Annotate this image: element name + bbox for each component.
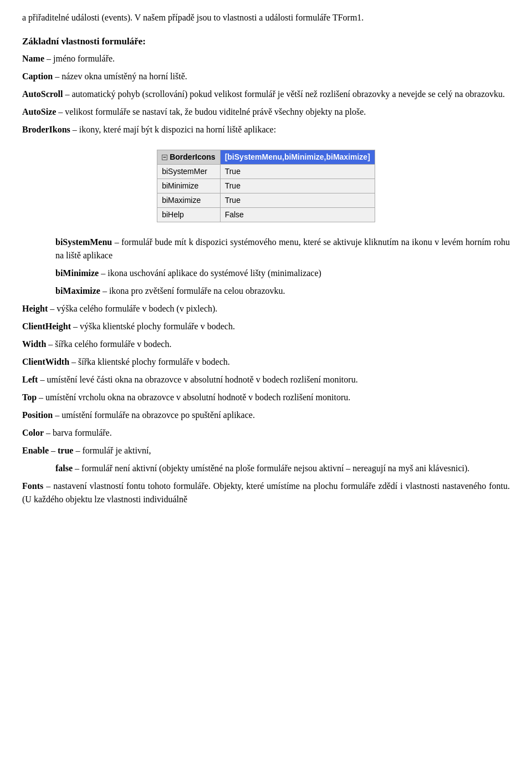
table-cell-value: True bbox=[220, 179, 375, 193]
clientheight-property: ClientHeight – výška klientské plochy fo… bbox=[22, 320, 510, 333]
left-property: Left – umístění levé části okna na obraz… bbox=[22, 373, 510, 386]
main-content: a přiřaditelné události (events). V naše… bbox=[22, 11, 510, 506]
enable-true-label: true bbox=[58, 446, 73, 455]
table-cell-value: True bbox=[220, 164, 375, 179]
autosize-prop-desc: – velikost formuláře se nastaví tak, že … bbox=[56, 107, 366, 116]
clientwidth-prop-label: ClientWidth bbox=[22, 357, 69, 366]
bimaximize-prop-label: biMaximize bbox=[55, 286, 100, 295]
bimaximize-desc: biMaximize – ikona pro zvětšení formulář… bbox=[55, 284, 510, 298]
enable-prop-label: Enable bbox=[22, 446, 49, 455]
enable-false-desc: – formulář není aktivní (objekty umístěn… bbox=[73, 463, 469, 473]
clientheight-prop-label: ClientHeight bbox=[22, 322, 71, 331]
clientwidth-prop-desc: – šířka klientské plochy formuláře v bod… bbox=[69, 357, 230, 366]
table-cell-name: biSystemMer bbox=[157, 164, 220, 179]
top-prop-desc: – umístění vrcholu okna na obrazovce v a… bbox=[37, 392, 350, 402]
autoscroll-property: AutoScroll – automatický pohyb (scrollov… bbox=[22, 88, 510, 101]
caption-prop-label: Caption bbox=[22, 72, 53, 81]
table-header-col2: [biSystemMenu,biMinimize,biMaximize] bbox=[220, 150, 375, 164]
autoscroll-prop-desc: – automatický pohyb (scrollování) pokud … bbox=[63, 89, 505, 99]
brodericons-property: BroderIkons – ikony, které mají být k di… bbox=[22, 123, 510, 136]
name-prop-label: Name bbox=[22, 54, 44, 63]
left-prop-label: Left bbox=[22, 375, 38, 384]
biminimize-desc: biMinimize – ikona uschování aplikace do… bbox=[55, 267, 510, 280]
caption-property: Caption – název okna umístěný na horní l… bbox=[22, 70, 510, 83]
table-header-col1: −BorderIcons bbox=[157, 150, 220, 164]
color-property: Color – barva formuláře. bbox=[22, 426, 510, 440]
position-prop-desc: – umístění formuláře na obrazovce po spu… bbox=[53, 410, 255, 420]
autoscroll-prop-label: AutoScroll bbox=[22, 89, 63, 99]
biminimize-prop-desc: – ikona uschování aplikace do systémové … bbox=[99, 268, 321, 278]
bisystemmenu-desc: biSystemMenu – formulář bude mít k dispo… bbox=[55, 236, 510, 262]
brodericons-prop-label: BroderIkons bbox=[22, 125, 70, 134]
table-cell-value: False bbox=[220, 207, 375, 222]
caption-prop-desc: – název okna umístěný na horní liště. bbox=[53, 72, 187, 81]
color-prop-desc: – barva formuláře. bbox=[44, 428, 112, 437]
width-prop-label: Width bbox=[22, 339, 46, 349]
height-property: Height – výška celého formuláře v bodech… bbox=[22, 302, 510, 315]
height-prop-label: Height bbox=[22, 304, 48, 313]
width-prop-desc: – šířka celého formuláře v bodech. bbox=[46, 339, 171, 349]
intro-paragraph: a přiřaditelné události (events). V naše… bbox=[22, 11, 510, 24]
position-property: Position – umístění formuláře na obrazov… bbox=[22, 409, 510, 422]
brodericons-prop-desc: – ikony, které mají být k dispozici na h… bbox=[70, 125, 276, 134]
fonts-prop-desc: – nastavení vlastností fontu tohoto form… bbox=[22, 481, 510, 504]
width-property: Width – šířka celého formuláře v bodech. bbox=[22, 338, 510, 351]
table-wrapper: −BorderIcons [biSystemMenu,biMinimize,bi… bbox=[22, 141, 510, 236]
name-property: Name – jméno formuláře. bbox=[22, 52, 510, 65]
table-row: biHelp False bbox=[157, 207, 375, 222]
table-cell-name: biMaximize bbox=[157, 193, 220, 207]
bimaximize-prop-desc: – ikona pro zvětšení formuláře na celou … bbox=[100, 286, 285, 295]
table-row: biMinimize True bbox=[157, 179, 375, 193]
clientheight-prop-desc: – výška klientské plochy formuláře v bod… bbox=[71, 322, 235, 331]
table-row: biSystemMer True bbox=[157, 164, 375, 179]
minus-icon: − bbox=[162, 155, 167, 160]
left-prop-desc: – umístění levé části okna na obrazovce … bbox=[38, 375, 357, 384]
bisystemmenu-prop-desc: – formulář bude mít k dispozici systémov… bbox=[55, 237, 510, 260]
fonts-property: Fonts – nastavení vlastností fontu tohot… bbox=[22, 480, 510, 506]
section-title: Základní vlastnosti formuláře: bbox=[22, 34, 510, 49]
enable-true-desc: – formulář je aktivní, bbox=[73, 446, 151, 455]
table-cell-name: biMinimize bbox=[157, 179, 220, 193]
table-cell-value: True bbox=[220, 193, 375, 207]
enable-false-block: false – formulář není aktivní (objekty u… bbox=[55, 462, 510, 475]
enable-false-label: false bbox=[55, 463, 73, 473]
top-prop-label: Top bbox=[22, 392, 37, 402]
table-cell-name: biHelp bbox=[157, 207, 220, 222]
position-prop-label: Position bbox=[22, 410, 53, 420]
enable-property: Enable – true – formulář je aktivní, bbox=[22, 444, 510, 457]
autosize-property: AutoSize – velikost formuláře se nastaví… bbox=[22, 105, 510, 119]
name-prop-desc: – jméno formuláře. bbox=[44, 54, 115, 63]
height-prop-desc: – výška celého formuláře v bodech (v pix… bbox=[48, 304, 217, 313]
autosize-prop-label: AutoSize bbox=[22, 107, 56, 116]
border-icons-table: −BorderIcons [biSystemMenu,biMinimize,bi… bbox=[157, 150, 375, 222]
clientwidth-property: ClientWidth – šířka klientské plochy for… bbox=[22, 355, 510, 369]
fonts-prop-label: Fonts bbox=[22, 481, 43, 491]
top-property: Top – umístění vrcholu okna na obrazovce… bbox=[22, 391, 510, 404]
color-prop-label: Color bbox=[22, 428, 44, 437]
bisystemmenu-prop-label: biSystemMenu bbox=[55, 237, 112, 247]
table-row: biMaximize True bbox=[157, 193, 375, 207]
table-header-row: −BorderIcons [biSystemMenu,biMinimize,bi… bbox=[157, 150, 375, 164]
biminimize-prop-label: biMinimize bbox=[55, 268, 99, 278]
